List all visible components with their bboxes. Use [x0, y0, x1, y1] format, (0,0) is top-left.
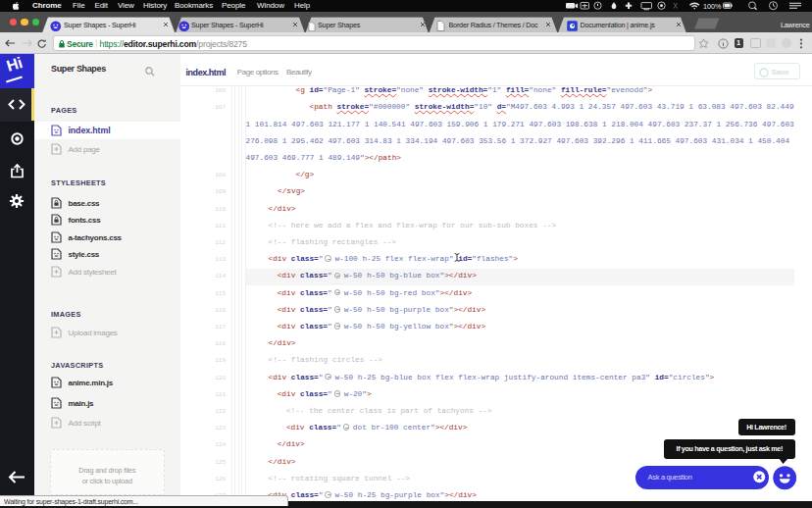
- svg-text:100%: 100%: [703, 2, 722, 11]
